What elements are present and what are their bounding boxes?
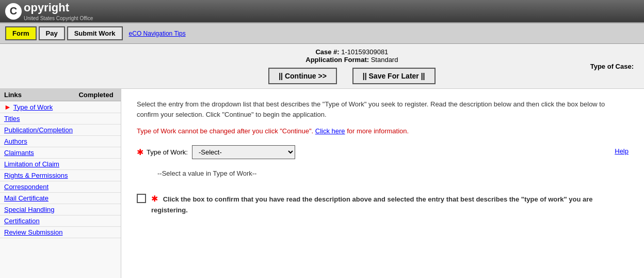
sidebar-item-correspondent[interactable]: Correspondent <box>0 181 121 193</box>
logo-letter: C <box>10 5 17 17</box>
sidebar-item-type-of-work[interactable]: ► Type of Work <box>0 101 121 113</box>
type-of-work-label: Type of Work: <box>147 148 188 156</box>
logo-subtext: United States Copyright Office <box>24 16 93 21</box>
logo-title: opyright <box>24 1 69 14</box>
sidebar-col-links: Links <box>4 91 75 99</box>
warning-link[interactable]: Click here <box>315 127 345 135</box>
help-link[interactable]: Help <box>615 147 629 155</box>
format-value: Standard <box>371 56 398 64</box>
action-buttons: || Continue >> || Save For Later || <box>268 68 435 84</box>
confirm-row: ✱ Click the box to confirm that you have… <box>137 193 629 215</box>
sidebar-header: Links Completed <box>0 89 121 101</box>
confirm-checkbox[interactable] <box>137 194 146 203</box>
format-label: Application Format: <box>305 56 369 64</box>
sidebar-item-review-submission[interactable]: Review Submission <box>0 227 121 238</box>
sidebar-item-label: Special Handling <box>4 206 75 213</box>
case-info: Case #: 1-10159309081 Application Format… <box>268 48 435 84</box>
eco-nav-tips-link[interactable]: eCO Navigation Tips <box>129 30 186 37</box>
required-star: ✱ <box>137 147 143 157</box>
sidebar-item-label: Review Submission <box>4 228 75 236</box>
sidebar-item-label: Authors <box>4 137 75 145</box>
sidebar-item-certification[interactable]: Certification <box>0 215 121 227</box>
sidebar-item-limitation-of-claim[interactable]: Limitation of Claim <box>0 159 121 170</box>
sidebar-item-publication-completion[interactable]: Publication/Completion <box>0 125 121 136</box>
case-bar: Case #: 1-10159309081 Application Format… <box>0 44 644 89</box>
sidebar-item-label: Publication/Completion <box>4 126 75 134</box>
sidebar-item-claimants[interactable]: Claimants <box>0 147 121 159</box>
description-text: Select the entry from the dropdown list … <box>137 99 629 119</box>
header: C opyright United States Copyright Offic… <box>0 0 644 23</box>
select-hint: --Select a value in Type of Work-- <box>157 169 629 177</box>
format-row: Application Format: Standard <box>268 56 435 64</box>
sidebar-item-authors[interactable]: Authors <box>0 136 121 147</box>
case-number-row: Case #: 1-10159309081 <box>268 48 435 56</box>
sidebar: Links Completed ► Type of Work Titles Pu… <box>0 89 121 278</box>
type-of-work-row: ✱ Type of Work: -Select- <box>137 145 604 159</box>
confirm-text: ✱ Click the box to confirm that you have… <box>151 193 629 215</box>
sidebar-item-label: Limitation of Claim <box>4 160 75 168</box>
continue-button[interactable]: || Continue >> <box>268 68 337 84</box>
confirm-required-star: ✱ <box>151 194 158 203</box>
sidebar-item-label: Type of Work <box>13 103 75 111</box>
logo-text-group: opyright United States Copyright Office <box>24 1 93 21</box>
sidebar-col-completed: Completed <box>75 91 117 99</box>
sidebar-item-label: Claimants <box>4 149 75 157</box>
case-label: Case #: <box>315 48 339 56</box>
pay-button[interactable]: Pay <box>39 26 65 40</box>
warning-message: Type of Work cannot be changed after you… <box>137 127 313 135</box>
content-area: Select the entry from the dropdown list … <box>121 89 644 278</box>
sidebar-item-rights-permissions[interactable]: Rights & Permissions <box>0 170 121 181</box>
confirm-bold-text: Click the box to confirm that you have r… <box>151 195 593 214</box>
sidebar-item-label: Rights & Permissions <box>4 172 75 179</box>
main-layout: Links Completed ► Type of Work Titles Pu… <box>0 89 644 278</box>
save-for-later-button[interactable]: || Save For Later || <box>352 68 436 84</box>
sidebar-item-special-handling[interactable]: Special Handling <box>0 204 121 215</box>
warning-suffix: for more information. <box>347 127 409 135</box>
sidebar-item-label: Correspondent <box>4 183 75 191</box>
submit-work-button[interactable]: Submit Work <box>67 26 123 40</box>
sidebar-item-label: Titles <box>4 115 75 122</box>
sidebar-item-label: Mail Certificate <box>4 194 75 202</box>
sidebar-item-mail-certificate[interactable]: Mail Certificate <box>0 193 121 204</box>
type-of-work-select[interactable]: -Select- <box>192 145 295 159</box>
sidebar-item-label: Certification <box>4 217 75 225</box>
top-nav: Form Pay Submit Work eCO Navigation Tips <box>0 23 644 44</box>
warning-text: Type of Work cannot be changed after you… <box>137 127 629 135</box>
logo-circle: C <box>5 3 22 20</box>
active-arrow-icon: ► <box>4 103 11 111</box>
sidebar-item-titles[interactable]: Titles <box>0 113 121 125</box>
logo: C opyright United States Copyright Offic… <box>5 1 93 21</box>
type-of-case: Type of Case: <box>590 63 634 70</box>
case-number: 1-10159309081 <box>341 48 388 56</box>
form-button[interactable]: Form <box>5 26 37 40</box>
